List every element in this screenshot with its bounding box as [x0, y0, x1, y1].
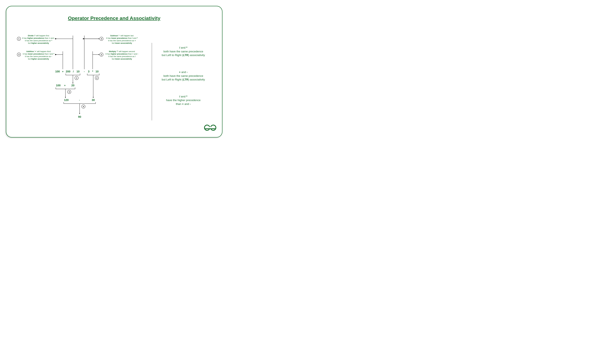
svg-marker-42 [72, 83, 73, 84]
note-subtract: 4 Subtract '-' will happen last It has l… [100, 34, 138, 44]
diagram-frame: Operator Precedence and Associativity 1 … [6, 6, 223, 137]
svg-text:+: + [64, 84, 66, 87]
svg-text:3: 3 [18, 53, 19, 56]
svg-text:*: * [92, 70, 93, 73]
svg-text:It has higher precedence than : It has higher precedence than + and - [105, 53, 138, 55]
svg-text:2: 2 [101, 53, 102, 56]
svg-text:30: 30 [92, 98, 95, 102]
expr-row-2: 100 + 20 [56, 84, 74, 87]
svg-text:Subtract '-' will happen last: Subtract '-' will happen last [110, 34, 134, 37]
svg-text:100: 100 [55, 70, 60, 73]
svg-text:4: 4 [101, 38, 102, 40]
side-note-precedence: / and * have the higher precedence than … [155, 95, 212, 106]
svg-text:It has the same precedence as : It has the same precedence as / [108, 55, 135, 58]
svg-text:It has the same precedence as : It has the same precedence as * [25, 39, 52, 42]
svg-text:but higher associativity: but higher associativity [28, 42, 49, 44]
expr-row-3: 120 - 30 [64, 98, 95, 102]
svg-marker-52 [65, 97, 66, 98]
svg-text:-: - [84, 70, 85, 73]
svg-text:3: 3 [69, 91, 70, 93]
note-divide: 1 Divide '/' will happen first It has hi… [17, 34, 55, 44]
side-note-add-sub: + and - both have the same precedence bu… [155, 70, 212, 81]
svg-marker-24 [98, 38, 99, 39]
svg-text:but higher associativity: but higher associativity [28, 58, 49, 60]
svg-marker-25 [98, 54, 99, 55]
svg-text:but lower associativity: but lower associativity [112, 42, 132, 44]
geeksforgeeks-logo-icon [204, 125, 217, 134]
note-addition: 3 Addition '+' will happen third It has … [17, 50, 54, 60]
svg-text:120: 120 [64, 98, 69, 102]
svg-text:It has lower precedence than /: It has lower precedence than / and * [106, 37, 138, 39]
svg-text:Divide '/' will happen first: Divide '/' will happen first [28, 34, 49, 37]
svg-text:200: 200 [66, 70, 70, 73]
svg-text:/: / [73, 70, 74, 73]
svg-text:+: + [62, 70, 64, 73]
svg-text:20: 20 [71, 84, 74, 87]
svg-text:100: 100 [56, 84, 61, 87]
svg-text:10: 10 [76, 70, 79, 73]
svg-marker-44 [93, 97, 94, 98]
svg-text:Addition '+' will happen third: Addition '+' will happen third [26, 50, 51, 52]
svg-text:1: 1 [76, 77, 77, 79]
svg-text:It has the same precedence as : It has the same precedence as - [25, 55, 52, 58]
svg-text:but lower associativity: but lower associativity [112, 58, 132, 60]
svg-text:It has lower precedence than /: It has lower precedence than / and * [23, 53, 54, 55]
svg-text:2: 2 [96, 77, 97, 79]
note-multiply: 2 Multiply '*' will happen second It has… [100, 50, 138, 60]
side-panel: / and * both have the same precedence bu… [152, 43, 212, 120]
svg-text:1: 1 [18, 38, 19, 40]
svg-text:3: 3 [88, 70, 90, 73]
svg-text:10: 10 [95, 70, 98, 73]
svg-text:4: 4 [83, 105, 84, 108]
svg-text:-: - [79, 98, 80, 102]
svg-text:Multiply '*' will happen secon: Multiply '*' will happen second [109, 50, 135, 52]
svg-marker-60 [79, 113, 80, 114]
svg-text:It has the same precedence as : It has the same precedence as + [108, 39, 136, 42]
svg-text:It has higher precedence than : It has higher precedence than + and - [22, 37, 55, 39]
expr-row-1: 100 + 200 / 10 - 3 * 10 [55, 70, 98, 73]
diagram-canvas: 1 Divide '/' will happen first It has hi… [15, 30, 147, 135]
page-title: Operator Precedence and Associativity [6, 15, 222, 21]
side-note-div-mul: / and * both have the same precedence bu… [155, 46, 212, 57]
final-result: 90 [78, 115, 81, 118]
